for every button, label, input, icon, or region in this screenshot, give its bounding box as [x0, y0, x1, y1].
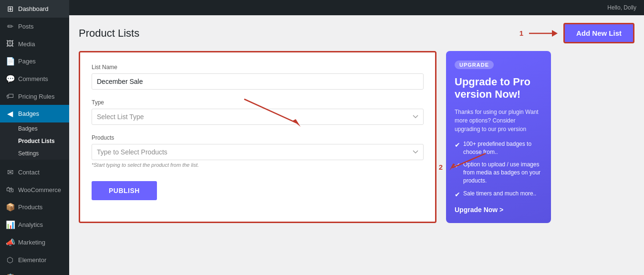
page-title: Product Lists: [79, 27, 139, 40]
badges-icon: ◀: [6, 109, 14, 118]
products-select[interactable]: Type to Select Products: [92, 144, 424, 160]
sidebar-item-pages[interactable]: 📄 Pages: [0, 52, 69, 70]
upgrade-now-link[interactable]: Upgrade Now >: [455, 206, 542, 214]
svg-line-2: [244, 99, 297, 123]
contact-icon: ✉: [6, 168, 14, 177]
products-label: Products: [92, 134, 424, 141]
content-columns: List Name Type Select List Type: [79, 51, 634, 223]
annotation-1: 1: [519, 29, 523, 37]
check-icon-3: ✔: [455, 190, 460, 200]
upgrade-title: Upgrade to Pro version Now!: [455, 76, 542, 101]
pages-icon: 📄: [6, 57, 14, 66]
media-icon: 🖼: [6, 40, 14, 48]
elementor-icon: ⬡: [6, 255, 14, 265]
sidebar-item-posts[interactable]: ✏ Posts: [0, 18, 69, 35]
content-area: Product Lists 1 Add New List List Name: [69, 15, 644, 275]
products-icon: 📦: [6, 203, 14, 212]
upgrade-feature-3: ✔ Sale timers and much more..: [455, 190, 542, 200]
sidebar-item-marketing[interactable]: 📣 Marketing: [0, 234, 69, 251]
sidebar-item-contact[interactable]: ✉ Contact: [0, 163, 69, 181]
arrow-icon-2: [235, 94, 330, 132]
sidebar-item-templates[interactable]: 📋 Templates: [0, 269, 69, 275]
sidebar: ⊞ Dashboard ✏ Posts 🖼 Media 📄 Pages 💬 Co…: [0, 0, 69, 275]
svg-marker-3: [293, 119, 301, 127]
annotation-2: 2: [439, 163, 443, 171]
marketing-icon: 📣: [6, 238, 14, 247]
sidebar-subitem-badges[interactable]: Badges: [0, 122, 69, 135]
sidebar-item-elementor[interactable]: ⬡ Elementor: [0, 251, 69, 269]
sidebar-item-pricing[interactable]: 🏷 Pricing Rules: [0, 88, 69, 105]
list-name-label: List Name: [92, 64, 424, 71]
svg-line-4: [452, 153, 486, 168]
main-wrapper: Hello, Dolly Product Lists 1 Add New Lis…: [69, 0, 644, 275]
sidebar-subitem-settings[interactable]: Settings: [0, 147, 69, 160]
sidebar-item-comments[interactable]: 💬 Comments: [0, 70, 69, 88]
arrow-icon-3: [443, 149, 490, 173]
sidebar-item-products[interactable]: 📦 Products: [0, 198, 69, 216]
publish-button[interactable]: PUBLISH: [92, 181, 157, 200]
sidebar-item-dashboard[interactable]: ⊞ Dashboard: [0, 0, 69, 18]
list-name-section: List Name: [92, 64, 424, 90]
sidebar-submenu: Badges Product Lists Settings: [0, 122, 69, 160]
header-annotation: 1 Add New List: [519, 23, 634, 43]
sidebar-item-analytics[interactable]: 📊 Analytics: [0, 216, 69, 234]
form-card: List Name Type Select List Type: [79, 51, 436, 223]
list-name-input[interactable]: [92, 73, 424, 90]
page-header: Product Lists 1 Add New List: [79, 23, 634, 43]
dashboard-icon: ⊞: [6, 4, 14, 13]
templates-icon: 📋: [6, 273, 14, 275]
analytics-icon: 📊: [6, 220, 14, 229]
svg-marker-1: [552, 30, 558, 37]
woo-icon: 🛍: [6, 185, 14, 194]
products-section: Products Type to Select Products *Start …: [92, 134, 424, 168]
sidebar-subitem-product-lists[interactable]: Product Lists: [0, 135, 69, 147]
add-new-list-button[interactable]: Add New List: [563, 23, 634, 43]
top-bar: Hello, Dolly: [69, 0, 644, 15]
sidebar-item-woocommerce[interactable]: 🛍 WooCommerce: [0, 181, 69, 198]
greeting-text: Hello, Dolly: [607, 4, 636, 11]
pricing-icon: 🏷: [6, 92, 14, 101]
posts-icon: ✏: [6, 22, 14, 31]
sidebar-item-badges[interactable]: ◀ Badges: [0, 105, 69, 122]
products-hint: *Start typing to select the product from…: [92, 162, 424, 168]
arrow-icon-1: [529, 26, 558, 41]
sidebar-item-media[interactable]: 🖼 Media: [0, 35, 69, 52]
comments-icon: 💬: [6, 74, 14, 83]
upgrade-description: Thanks for using our plugin Want more op…: [455, 108, 542, 133]
upgrade-card: UPGRADE Upgrade to Pro version Now! Than…: [446, 51, 551, 223]
upgrade-badge: UPGRADE: [455, 61, 494, 69]
